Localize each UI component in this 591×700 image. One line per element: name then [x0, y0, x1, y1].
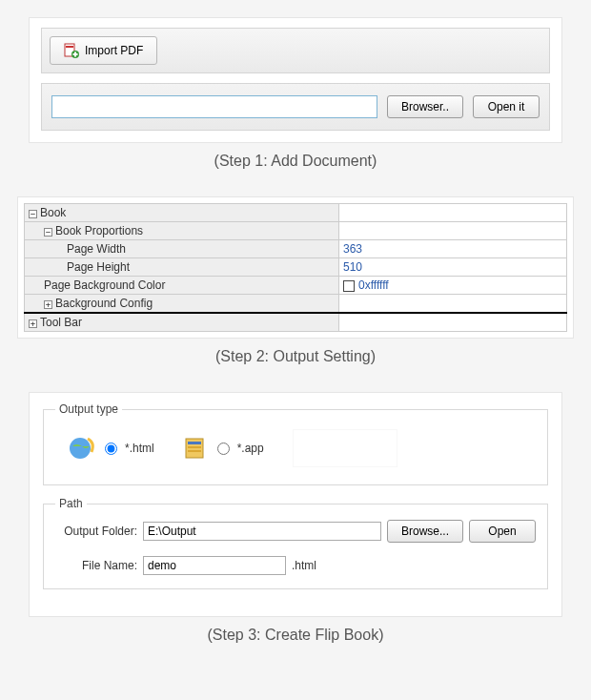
import-pdf-label: Import PDF: [85, 44, 143, 57]
collapse-icon[interactable]: −: [44, 228, 52, 237]
import-pdf-button[interactable]: Import PDF: [50, 36, 157, 65]
radio-app-label: *.app: [237, 442, 264, 455]
bg-color-value[interactable]: 0xffffff: [339, 277, 567, 295]
svg-rect-7: [188, 442, 201, 444]
globe-icon: [67, 433, 97, 463]
svg-rect-1: [66, 46, 73, 48]
svg-point-5: [70, 438, 91, 459]
row-background-config[interactable]: +Background Config: [25, 295, 567, 314]
radio-html[interactable]: [105, 443, 117, 455]
preview-placeholder: [293, 429, 397, 467]
svg-rect-9: [188, 450, 201, 452]
svg-rect-4: [73, 53, 78, 55]
row-book[interactable]: −Book: [25, 204, 567, 222]
step3-caption: (Step 3: Create Flip Book): [17, 627, 574, 644]
package-icon: [183, 435, 210, 462]
output-folder-input[interactable]: [143, 522, 381, 541]
output-folder-label: Output Folder:: [55, 525, 137, 538]
output-type-fieldset: Output type *.html: [43, 402, 548, 485]
path-fieldset: Path Output Folder: Browse... Open File …: [43, 497, 548, 589]
row-tool-bar[interactable]: +Tool Bar: [25, 313, 567, 332]
browser-button[interactable]: Browser..: [387, 95, 463, 118]
row-page-width[interactable]: Page Width 363: [25, 240, 567, 258]
step2-panel: −Book −Book Proportions Page Width 363 P…: [17, 196, 574, 339]
step2-caption: (Step 2: Output Setting): [17, 348, 574, 365]
file-name-input[interactable]: [143, 556, 286, 575]
step1-panel: Import PDF Browser.. Open it: [29, 17, 562, 143]
import-bar: Import PDF: [41, 28, 550, 73]
radio-app[interactable]: [217, 443, 230, 455]
file-path-input[interactable]: [51, 95, 377, 118]
file-name-label: File Name:: [55, 559, 137, 572]
expand-icon[interactable]: +: [44, 300, 52, 309]
open-button[interactable]: Open: [469, 520, 536, 543]
property-grid: −Book −Book Proportions Page Width 363 P…: [24, 203, 567, 332]
file-name-ext: .html: [292, 559, 316, 572]
pdf-plus-icon: [64, 43, 79, 58]
row-bg-color[interactable]: Page Background Color 0xffffff: [25, 277, 567, 295]
open-it-button[interactable]: Open it: [473, 95, 540, 118]
page-height-value[interactable]: 510: [339, 258, 567, 277]
row-page-height[interactable]: Page Height 510: [25, 258, 567, 277]
page-width-value[interactable]: 363: [339, 240, 567, 258]
browse-button[interactable]: Browse...: [387, 520, 463, 543]
step3-panel: Output type *.html: [29, 392, 562, 617]
expand-icon[interactable]: +: [29, 319, 37, 328]
row-book-proportions[interactable]: −Book Proportions: [25, 222, 567, 240]
path-legend: Path: [55, 497, 87, 510]
file-path-bar: Browser.. Open it: [41, 83, 550, 131]
radio-html-label: *.html: [125, 442, 154, 455]
option-app[interactable]: *.app: [183, 435, 264, 462]
output-type-legend: Output type: [55, 402, 122, 416]
color-swatch-icon: [343, 280, 355, 292]
option-html[interactable]: *.html: [67, 433, 154, 463]
svg-rect-8: [188, 446, 201, 448]
collapse-icon[interactable]: −: [29, 210, 37, 218]
step1-caption: (Step 1: Add Document): [17, 153, 574, 170]
